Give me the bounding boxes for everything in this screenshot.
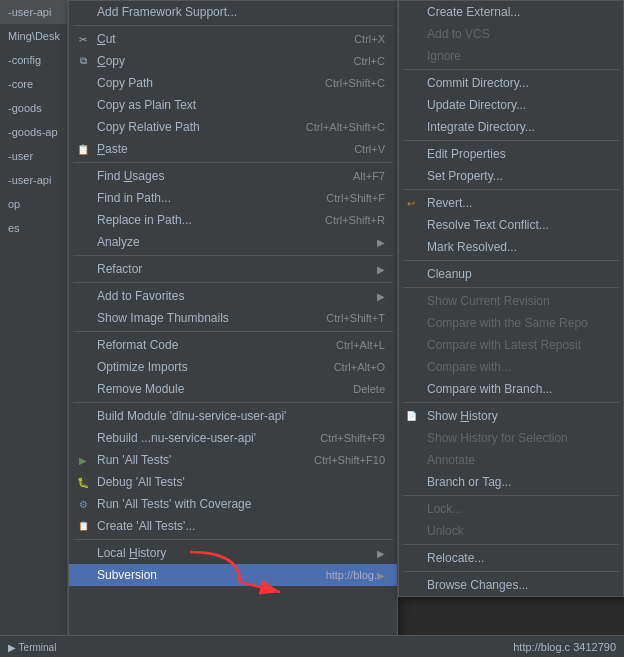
menu-browse-changes[interactable]: Browse Changes...: [399, 574, 623, 596]
menu-compare-branch[interactable]: Compare with Branch...: [399, 378, 623, 400]
refactor-arrow: ▶: [377, 264, 385, 275]
sidebar-item-5[interactable]: -goods-ap: [0, 120, 67, 144]
menu-reformat[interactable]: Reformat Code Ctrl+Alt+L: [69, 334, 397, 356]
separator-7: [73, 539, 393, 540]
menu-replace-in-path[interactable]: Replace in Path... Ctrl+Shift+R: [69, 209, 397, 231]
menu-resolve-conflict[interactable]: Resolve Text Conflict...: [399, 214, 623, 236]
separator-5: [73, 331, 393, 332]
analyze-arrow: ▶: [377, 237, 385, 248]
menu-find-usages[interactable]: Find Usages Alt+F7: [69, 165, 397, 187]
menu-run-coverage[interactable]: ⚙ Run 'All Tests' with Coverage: [69, 493, 397, 515]
sidebar-item-6[interactable]: -user: [0, 144, 67, 168]
right-sep-1: [403, 69, 619, 70]
menu-copy-relative[interactable]: Copy Relative Path Ctrl+Alt+Shift+C: [69, 116, 397, 138]
right-sep-3: [403, 189, 619, 190]
menu-copy[interactable]: ⧉ Copy Ctrl+C: [69, 50, 397, 72]
context-menu-right: Create External... Add to VCS Ignore Com…: [398, 0, 624, 597]
menu-create-external[interactable]: Create External...: [399, 1, 623, 23]
right-sep-7: [403, 495, 619, 496]
show-history-icon: 📄: [403, 408, 419, 424]
menu-add-favorites[interactable]: Add to Favorites ▶: [69, 285, 397, 307]
context-menu-left: Add Framework Support... ✂ Cut Ctrl+X ⧉ …: [68, 0, 398, 657]
local-history-arrow: ▶: [377, 548, 385, 559]
menu-show-history-sel: Show History for Selection: [399, 427, 623, 449]
menu-rebuild-module[interactable]: Rebuild ...nu-service-user-api' Ctrl+Shi…: [69, 427, 397, 449]
status-text: http://blog.c 3412790: [513, 641, 616, 653]
separator-2: [73, 162, 393, 163]
debug-icon: 🐛: [75, 474, 91, 490]
coverage-icon: ⚙: [75, 496, 91, 512]
run-icon: ▶: [75, 452, 91, 468]
sidebar-item-3[interactable]: -core: [0, 72, 67, 96]
menu-show-history[interactable]: 📄 Show History: [399, 405, 623, 427]
menu-add-to-vcs: Add to VCS: [399, 23, 623, 45]
menu-compare-latest: Compare with Latest Reposit: [399, 334, 623, 356]
menu-build-module[interactable]: Build Module 'dlnu-service-user-api': [69, 405, 397, 427]
menu-update-dir[interactable]: Update Directory...: [399, 94, 623, 116]
menu-cut[interactable]: ✂ Cut Ctrl+X: [69, 28, 397, 50]
menu-compare-same-repo: Compare with the Same Repo: [399, 312, 623, 334]
menu-refactor[interactable]: Refactor ▶: [69, 258, 397, 280]
paste-icon: 📋: [75, 141, 91, 157]
right-sep-2: [403, 140, 619, 141]
menu-cleanup[interactable]: Cleanup: [399, 263, 623, 285]
menu-analyze[interactable]: Analyze ▶: [69, 231, 397, 253]
separator-3: [73, 255, 393, 256]
right-sep-8: [403, 544, 619, 545]
menu-revert[interactable]: ↩ Revert...: [399, 192, 623, 214]
separator-6: [73, 402, 393, 403]
menu-unlock: Unlock: [399, 520, 623, 542]
menu-add-framework[interactable]: Add Framework Support...: [69, 1, 397, 23]
sidebar-item-2[interactable]: -config: [0, 48, 67, 72]
separator-4: [73, 282, 393, 283]
menu-show-current-rev: Show Current Revision: [399, 290, 623, 312]
menu-create-tests[interactable]: 📋 Create 'All Tests'...: [69, 515, 397, 537]
sidebar-item-9[interactable]: es: [0, 216, 67, 240]
menu-lock: Lock...: [399, 498, 623, 520]
menu-paste[interactable]: 📋 Paste Ctrl+V: [69, 138, 397, 160]
right-sep-5: [403, 287, 619, 288]
right-sep-4: [403, 260, 619, 261]
menu-commit-dir[interactable]: Commit Directory...: [399, 72, 623, 94]
sidebar-item-4[interactable]: -goods: [0, 96, 67, 120]
terminal-icon: ▶ Terminal: [8, 642, 56, 653]
menu-compare-with: Compare with...: [399, 356, 623, 378]
menu-find-in-path[interactable]: Find in Path... Ctrl+Shift+F: [69, 187, 397, 209]
sidebar-item-8[interactable]: op: [0, 192, 67, 216]
menu-integrate-dir[interactable]: Integrate Directory...: [399, 116, 623, 138]
revert-icon: ↩: [403, 195, 419, 211]
menu-subversion[interactable]: Subversion http://blog. ▶: [69, 564, 397, 586]
separator-1: [73, 25, 393, 26]
menu-ignore: Ignore: [399, 45, 623, 67]
copy-icon: ⧉: [75, 53, 91, 69]
menu-branch-tag[interactable]: Branch or Tag...: [399, 471, 623, 493]
menu-annotate: Annotate: [399, 449, 623, 471]
menu-run-tests[interactable]: ▶ Run 'All Tests' Ctrl+Shift+F10: [69, 449, 397, 471]
menu-edit-props[interactable]: Edit Properties: [399, 143, 623, 165]
sidebar-item-0[interactable]: -user-api: [0, 0, 67, 24]
cut-icon: ✂: [75, 31, 91, 47]
menu-show-thumbnails[interactable]: Show Image Thumbnails Ctrl+Shift+T: [69, 307, 397, 329]
menu-local-history[interactable]: Local History ▶: [69, 542, 397, 564]
right-sep-6: [403, 402, 619, 403]
menu-copy-plain[interactable]: Copy as Plain Text: [69, 94, 397, 116]
sidebar-item-7[interactable]: -user-api: [0, 168, 67, 192]
menu-set-property[interactable]: Set Property...: [399, 165, 623, 187]
right-sep-9: [403, 571, 619, 572]
menu-copy-path[interactable]: Copy Path Ctrl+Shift+C: [69, 72, 397, 94]
subversion-arrow: ▶: [377, 570, 385, 581]
create-tests-icon: 📋: [75, 518, 91, 534]
menu-optimize[interactable]: Optimize Imports Ctrl+Alt+O: [69, 356, 397, 378]
sidebar-item-1[interactable]: Ming\Desk: [0, 24, 67, 48]
menu-debug-tests[interactable]: 🐛 Debug 'All Tests': [69, 471, 397, 493]
status-bar: ▶ Terminal http://blog.c 3412790: [0, 635, 624, 657]
menu-relocate[interactable]: Relocate...: [399, 547, 623, 569]
favorites-arrow: ▶: [377, 291, 385, 302]
menu-mark-resolved[interactable]: Mark Resolved...: [399, 236, 623, 258]
menu-remove-module[interactable]: Remove Module Delete: [69, 378, 397, 400]
sidebar: -user-api Ming\Desk -config -core -goods…: [0, 0, 68, 657]
